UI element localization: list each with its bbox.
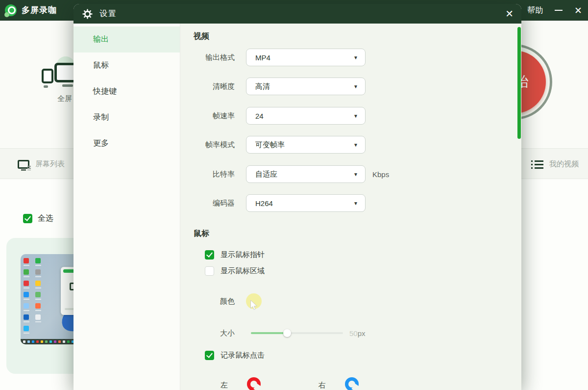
show-area-label: 显示鼠标区域 [220,266,265,276]
select-value: H264 [255,199,273,208]
app-logo-icon [5,4,17,16]
encoder-label: 编码器 [180,199,235,208]
sidebar-item-output[interactable]: 输出 [74,26,180,52]
settings-dialog-header: 设置 ✕ [74,4,521,24]
screen-list-label: 屏幕列表 [35,159,65,169]
slider-fill [251,332,287,334]
app-title: 多屏录咖 [22,0,57,21]
clarity-label: 清晰度 [180,82,235,91]
chevron-down-icon: ▼ [353,172,358,177]
output-format-row: 输出格式 MP4 ▼ [180,49,366,66]
monitor-stand [62,84,73,87]
left-button-label: 左键 [220,381,228,390]
chevron-down-icon: ▼ [353,55,358,60]
desktop-icons [24,258,43,337]
framerate-mode-row: 帧率模式 可变帧率 ▼ [180,136,366,154]
show-pointer-row[interactable]: 显示鼠标指针 [205,250,265,260]
sidebar-item-hotkeys[interactable]: 快捷键 [74,78,180,104]
show-pointer-checkbox[interactable] [205,250,214,260]
scrollbar-thumb[interactable] [517,27,521,139]
pointer-size-slider[interactable] [251,332,343,334]
my-videos-tab[interactable]: 我的视频 [531,149,579,180]
framerate-label: 帧速率 [180,111,235,121]
select-value: MP4 [255,53,270,62]
show-pointer-label: 显示鼠标指针 [220,250,265,260]
screen-list-tab[interactable]: 屏幕列表 [18,149,65,180]
framerate-mode-label: 帧率模式 [180,140,235,150]
show-area-row[interactable]: 显示鼠标区域 [205,266,265,276]
left-click-color-swatch[interactable] [247,377,261,390]
pointer-size-value: 50px [349,329,366,338]
chevron-down-icon: ▼ [353,113,358,119]
framerate-select[interactable]: 24 ▼ [246,107,366,125]
clarity-select[interactable]: 高清 ▼ [246,78,366,95]
record-clicks-label: 记录鼠标点击 [220,351,265,360]
output-format-label: 输出格式 [180,53,235,62]
bitrate-row: 比特率 自适应 ▼ Kbps [180,165,389,183]
framerate-row: 帧速率 24 ▼ [180,107,366,125]
clarity-row: 清晰度 高清 ▼ [180,78,366,95]
my-videos-label: 我的视频 [549,159,579,169]
mouse-cursor-icon [250,300,258,311]
size-unit: px [358,329,366,338]
minimize-button[interactable] [555,10,563,11]
gear-icon [82,9,93,19]
chevron-down-icon: ▼ [353,84,358,89]
color-swatch-wrap[interactable] [246,293,262,309]
close-dialog-button[interactable]: ✕ [505,4,514,24]
small-monitor-icon [42,69,53,83]
chevron-down-icon: ▼ [353,201,358,206]
color-label: 颜色 [180,297,235,306]
select-value: 高清 [255,82,270,91]
sidebar-item-recording[interactable]: 录制 [74,104,180,130]
bitrate-unit: Kbps [372,170,389,179]
app-window: 屏幕列表 我的视频 全屏 开始 全选 [0,0,588,390]
dialog-title: 设置 [99,9,117,19]
bitrate-select[interactable]: 自适应 ▼ [246,165,366,183]
bitrate-label: 比特率 [180,170,235,179]
settings-content: 视频 输出格式 MP4 ▼ 清晰度 高清 ▼ 帧速率 [180,24,521,390]
monitor-stand [44,85,48,88]
right-button-label: 右键 [318,381,326,390]
size-label: 大小 [180,329,235,338]
size-number: 50 [349,329,358,338]
video-section-heading: 视频 [194,31,209,42]
fullscreen-label: 全屏 [57,94,72,104]
select-value: 自适应 [255,170,277,179]
settings-dialog: 设置 ✕ 输出 鼠标 快捷键 录制 更多 视频 输出格式 MP4 ▼ [74,4,521,390]
output-format-select[interactable]: MP4 ▼ [246,49,366,66]
help-button[interactable]: 帮助 [527,5,543,16]
show-area-checkbox[interactable] [205,266,214,276]
select-all-checkbox[interactable] [23,214,32,223]
pointer-color-row: 颜色 [180,293,262,309]
select-all-label: 全选 [38,213,53,224]
select-all-row[interactable]: 全选 [23,213,53,224]
right-click-color-swatch[interactable] [345,377,359,390]
close-window-button[interactable]: ✕ [574,6,582,15]
sidebar-item-more[interactable]: 更多 [74,130,180,156]
slider-thumb[interactable] [283,329,291,337]
mouse-section-heading: 鼠标 [194,229,209,239]
pointer-size-row: 大小 50px [180,325,366,341]
encoder-select[interactable]: H264 ▼ [246,194,366,212]
chevron-down-icon: ▼ [353,142,358,148]
monitor-icon [18,160,29,169]
record-clicks-checkbox[interactable] [205,351,214,360]
titlebar-controls: 帮助 ✕ [527,0,582,21]
select-value: 24 [255,112,264,120]
framerate-mode-select[interactable]: 可变帧率 ▼ [246,136,366,154]
settings-body: 输出 鼠标 快捷键 录制 更多 视频 输出格式 MP4 ▼ 清晰度 [74,24,521,390]
sidebar-item-mouse[interactable]: 鼠标 [74,52,180,78]
encoder-row: 编码器 H264 ▼ [180,194,366,212]
list-icon [531,160,543,169]
select-value: 可变帧率 [255,140,285,150]
record-clicks-row[interactable]: 记录鼠标点击 [205,351,265,360]
settings-sidebar: 输出 鼠标 快捷键 录制 更多 [74,24,180,390]
